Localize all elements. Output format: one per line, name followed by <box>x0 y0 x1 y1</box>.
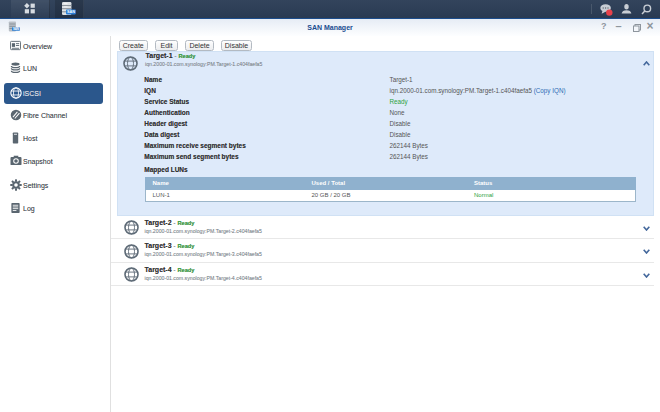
svg-text:SAN: SAN <box>67 10 75 14</box>
